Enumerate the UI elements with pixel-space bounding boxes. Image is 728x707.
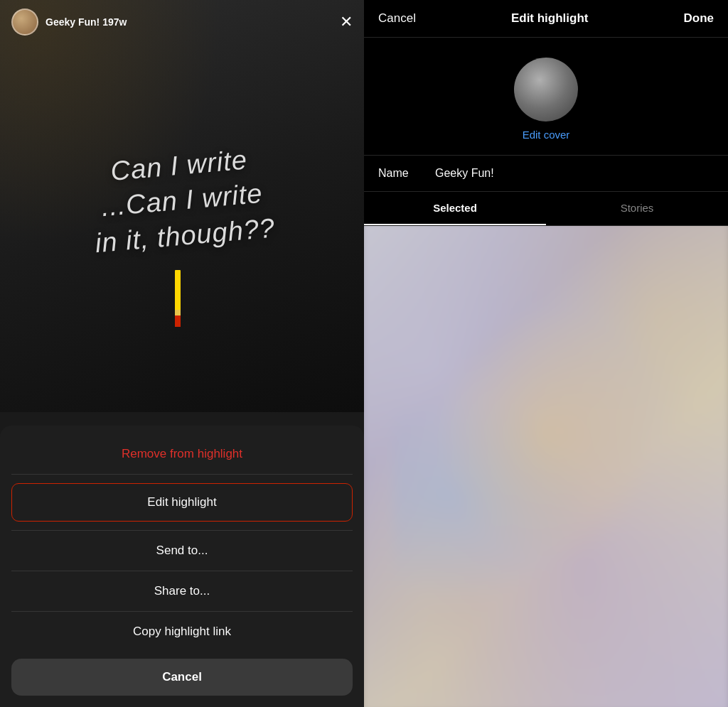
copy-link-button[interactable]: Copy highlight link	[0, 612, 364, 652]
pencil-decoration	[175, 270, 181, 327]
story-header: Geeky Fun! 197w ✕	[0, 0, 364, 44]
done-button[interactable]: Done	[683, 11, 714, 26]
story-username: Geeky Fun! 197w	[46, 16, 340, 28]
edit-highlight-button[interactable]: Edit highlight	[11, 483, 353, 522]
cancel-edit-button[interactable]: Cancel	[378, 11, 416, 26]
blurred-stories-grid	[364, 226, 728, 707]
story-background: Geeky Fun! 197w ✕ Can I write...Can I wr…	[0, 0, 364, 412]
cover-image	[514, 58, 578, 122]
story-text: Can I write...Can I writein it, though??	[87, 141, 277, 261]
divider	[11, 474, 353, 475]
name-row: Name Geeky Fun!	[364, 156, 728, 192]
close-button[interactable]: ✕	[340, 14, 353, 30]
cover-section: Edit cover	[364, 38, 728, 156]
tabs-row: Selected Stories	[364, 192, 728, 226]
right-panel: Cancel Edit highlight Done Edit cover Na…	[364, 0, 728, 707]
cancel-button[interactable]: Cancel	[11, 659, 353, 696]
action-sheet: Remove from highlight Edit highlight Sen…	[0, 426, 364, 707]
edit-highlight-header: Cancel Edit highlight Done	[364, 0, 728, 38]
name-label: Name	[378, 167, 435, 180]
remove-from-highlight-button[interactable]: Remove from highlight	[0, 434, 364, 474]
avatar	[11, 9, 38, 36]
tab-stories[interactable]: Stories	[546, 192, 728, 225]
left-panel: Geeky Fun! 197w ✕ Can I write...Can I wr…	[0, 0, 364, 707]
edit-cover-button[interactable]: Edit cover	[523, 129, 570, 141]
content-grid	[364, 226, 728, 707]
share-to-button[interactable]: Share to...	[0, 571, 364, 611]
edit-highlight-title: Edit highlight	[511, 11, 589, 26]
send-to-button[interactable]: Send to...	[0, 531, 364, 571]
name-value[interactable]: Geeky Fun!	[435, 167, 714, 180]
tab-selected[interactable]: Selected	[364, 192, 546, 225]
